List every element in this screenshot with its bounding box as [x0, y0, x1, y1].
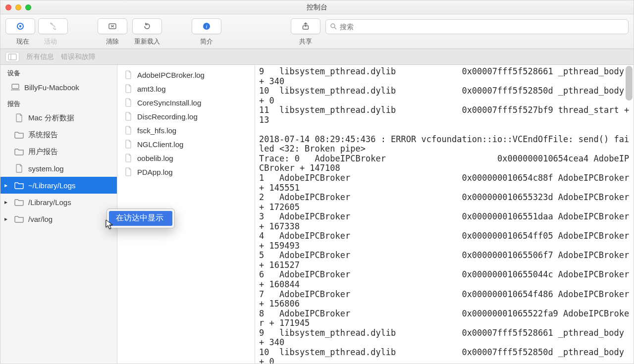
file-icon — [123, 154, 133, 162]
disclosure-triangle-icon[interactable]: ▸ — [4, 199, 10, 206]
file-icon — [123, 140, 133, 149]
file-icon — [123, 70, 133, 79]
search-icon — [330, 23, 337, 31]
sidebar-item-label: 用户报告 — [28, 147, 58, 156]
toolbar: 现在 活动 清除 重新载入 i — [0, 14, 634, 49]
file-icon — [14, 113, 24, 122]
toolbar-group-reload: 重新载入 — [132, 18, 162, 46]
log-pane[interactable]: 9 libsystem_pthread.dylib 0x00007fff5f52… — [255, 65, 634, 364]
file-row[interactable]: CoreSyncInstall.log — [117, 96, 255, 109]
file-row[interactable]: fsck_hfs.log — [117, 123, 255, 137]
file-icon — [123, 98, 133, 107]
svg-point-1 — [19, 25, 21, 27]
folder-icon — [14, 181, 24, 190]
info-button[interactable]: i — [192, 18, 221, 34]
reload-icon — [142, 22, 152, 31]
file-name: NGLClient.log — [137, 140, 183, 149]
file-row[interactable]: PDApp.log — [117, 165, 255, 179]
file-name: fsck_hfs.log — [137, 126, 176, 135]
search-field[interactable] — [325, 19, 629, 34]
file-icon — [123, 126, 133, 135]
file-row[interactable]: AdobeIPCBroker.log — [117, 68, 255, 82]
sidebar-item-5[interactable]: ▸/Library/Logs — [0, 194, 117, 210]
now-button[interactable] — [5, 18, 35, 34]
activity-label: 活动 — [44, 37, 57, 46]
file-row[interactable]: NGLClient.log — [117, 137, 255, 151]
sidebar-section-reports: 报告 — [0, 96, 117, 109]
filter-errors-tab[interactable]: 错误和故障 — [61, 52, 96, 61]
svg-rect-10 — [8, 54, 16, 60]
sidebar-item-4[interactable]: ▸~/Library/Logs — [0, 177, 117, 194]
sidebar-device-item[interactable]: BillyFu-Macbook — [0, 79, 117, 96]
folder-icon — [14, 198, 24, 207]
zoom-window-button[interactable] — [25, 4, 31, 10]
svg-rect-12 — [12, 84, 19, 89]
info-icon: i — [202, 22, 211, 31]
file-row[interactable]: amt3.log — [117, 82, 255, 96]
toolbar-group-share: 共享 — [291, 18, 320, 46]
svg-point-2 — [50, 22, 52, 24]
disclosure-triangle-icon[interactable]: ▸ — [4, 215, 10, 222]
share-icon — [301, 22, 311, 31]
reload-button[interactable] — [132, 18, 162, 34]
app-window: 控制台 现在 活动 — [0, 0, 634, 364]
clear-icon — [107, 22, 117, 31]
info-label: 简介 — [200, 37, 213, 46]
sidebar-item-2[interactable]: 用户报告 — [0, 143, 117, 160]
toolbar-group-now: 现在 活动 — [5, 18, 68, 46]
filter-bar: 所有信息 错误和故障 — [0, 49, 634, 65]
now-label: 现在 — [16, 37, 29, 46]
folder-icon — [14, 147, 24, 156]
search-wrap — [325, 18, 629, 34]
laptop-icon — [10, 83, 20, 92]
file-row[interactable]: DiscRecording.log — [117, 109, 255, 123]
file-name: oobelib.log — [137, 154, 173, 162]
disclosure-triangle-icon[interactable]: ▸ — [4, 182, 10, 189]
file-icon — [123, 84, 133, 93]
window-title: 控制台 — [0, 3, 634, 12]
svg-point-8 — [331, 24, 335, 28]
svg-point-3 — [54, 28, 56, 30]
sidebar-section-devices: 设备 — [0, 65, 117, 79]
svg-line-9 — [334, 27, 336, 29]
search-input[interactable] — [340, 23, 624, 31]
sidebar-item-label: 系统报告 — [28, 130, 58, 140]
activity-button[interactable] — [38, 18, 68, 34]
file-row[interactable]: oobelib.log — [117, 151, 255, 165]
file-name: PDApp.log — [137, 168, 173, 176]
file-name: CoreSyncInstall.log — [137, 99, 201, 107]
share-label: 共享 — [299, 37, 312, 46]
body: 设备 BillyFu-Macbook 报告 Mac 分析数据系统报告用户报告sy… — [0, 65, 634, 364]
clear-button[interactable] — [98, 18, 127, 34]
sidebar-item-1[interactable]: 系统报告 — [0, 126, 117, 143]
folder-icon — [14, 130, 24, 139]
activity-icon — [48, 22, 58, 31]
sidebar-item-label: /var/log — [28, 215, 53, 223]
sidebar: 设备 BillyFu-Macbook 报告 Mac 分析数据系统报告用户报告sy… — [0, 65, 117, 364]
scrollbar-thumb[interactable] — [626, 66, 633, 101]
file-icon — [14, 164, 24, 173]
sidebar-toggle-button[interactable] — [5, 52, 19, 62]
clear-label: 清除 — [106, 37, 119, 46]
sidebar-item-3[interactable]: system.log — [0, 160, 117, 177]
context-menu-reveal-in-finder[interactable]: 在访达中显示 — [109, 211, 172, 226]
sidebar-item-label: ~/Library/Logs — [28, 181, 75, 190]
title-bar: 控制台 — [0, 0, 634, 14]
traffic-lights — [5, 4, 31, 10]
share-button[interactable] — [291, 18, 320, 34]
close-window-button[interactable] — [5, 4, 11, 10]
sidebar-device-label: BillyFu-Macbook — [24, 83, 79, 92]
reload-label: 重新载入 — [134, 37, 160, 46]
file-name: DiscRecording.log — [137, 112, 198, 121]
sidebar-item-6[interactable]: ▸/var/log — [0, 210, 117, 227]
filter-all-tab[interactable]: 所有信息 — [26, 52, 54, 61]
toolbar-group-clear: 清除 — [98, 18, 127, 46]
file-name: amt3.log — [137, 85, 166, 93]
minimize-window-button[interactable] — [15, 4, 21, 10]
file-icon — [123, 112, 133, 121]
sidebar-item-0[interactable]: Mac 分析数据 — [0, 109, 117, 126]
file-icon — [123, 167, 133, 176]
file-name: AdobeIPCBroker.log — [137, 71, 205, 79]
sidebar-item-label: /Library/Logs — [28, 198, 71, 207]
log-text: 9 libsystem_pthread.dylib 0x00007fff5f52… — [255, 65, 634, 364]
